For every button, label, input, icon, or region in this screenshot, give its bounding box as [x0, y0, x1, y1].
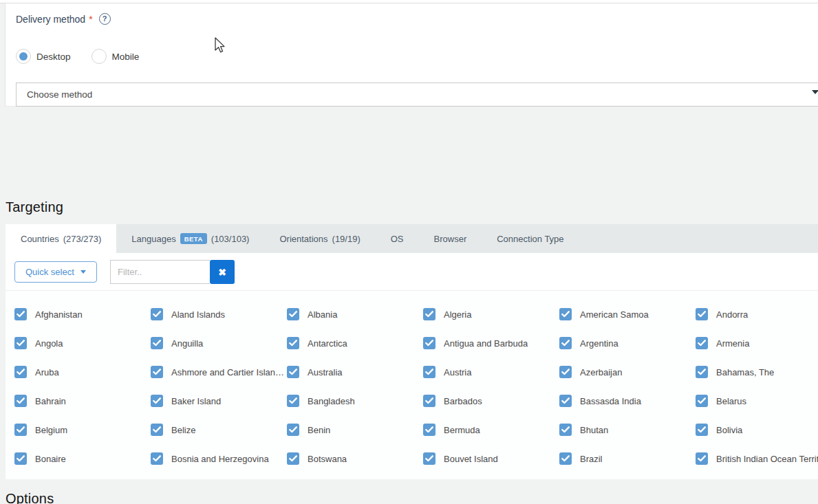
country-item[interactable]: Azerbaijan	[559, 366, 696, 378]
country-item[interactable]: Antarctica	[287, 337, 423, 349]
country-label: Austria	[444, 367, 471, 377]
checkbox-checked-icon[interactable]	[287, 424, 299, 436]
country-item[interactable]: Brazil	[559, 452, 696, 465]
country-item[interactable]: Bouvet Island	[423, 452, 559, 465]
country-item[interactable]: Bassasda India	[559, 395, 696, 407]
country-item[interactable]: Benin	[287, 424, 423, 436]
checkbox-checked-icon[interactable]	[423, 337, 435, 349]
checkbox-checked-icon[interactable]	[287, 452, 299, 465]
tab-count: (103/103)	[211, 234, 250, 244]
checkbox-checked-icon[interactable]	[559, 308, 572, 320]
country-item[interactable]: Aland Islands	[151, 308, 287, 320]
checkbox-checked-icon[interactable]	[151, 424, 163, 436]
checkbox-checked-icon[interactable]	[14, 424, 27, 436]
country-item[interactable]: Ashmore and Cartier Islan…	[151, 366, 287, 378]
country-item[interactable]: Albania	[287, 308, 423, 320]
tab-countries[interactable]: Countries(273/273)	[6, 224, 116, 253]
country-item[interactable]: Angola	[14, 337, 151, 349]
checkbox-checked-icon[interactable]	[423, 424, 435, 436]
country-item[interactable]: Algeria	[423, 308, 559, 320]
country-item[interactable]: Bosnia and Herzegovina	[151, 452, 287, 465]
tab-orientations[interactable]: Orientations(19/19)	[264, 224, 375, 253]
tab-connection-type[interactable]: Connection Type	[482, 224, 579, 253]
tab-label: Orientations	[279, 234, 327, 244]
country-item[interactable]: Austria	[423, 366, 559, 378]
checkbox-checked-icon[interactable]	[423, 308, 435, 320]
country-item[interactable]: Bhutan	[559, 424, 696, 436]
checkbox-checked-icon[interactable]	[151, 395, 163, 407]
country-label: Armenia	[716, 338, 749, 349]
checkbox-checked-icon[interactable]	[423, 366, 435, 378]
country-item[interactable]: Antigua and Barbuda	[423, 337, 559, 349]
checkbox-checked-icon[interactable]	[559, 395, 572, 407]
country-item[interactable]: American Samoa	[559, 308, 696, 320]
country-item[interactable]: Andorra	[696, 308, 818, 320]
delivery-radio-group: DesktopMobile	[16, 49, 160, 64]
help-icon[interactable]: ?	[99, 13, 111, 25]
country-item[interactable]: Baker Island	[151, 395, 287, 407]
targeting-section-title: Targeting	[6, 199, 63, 215]
country-label: Argentina	[580, 338, 618, 349]
checkbox-checked-icon[interactable]	[696, 424, 708, 436]
country-label: Andorra	[716, 309, 748, 320]
radio-desktop[interactable]: Desktop	[16, 49, 71, 64]
country-item[interactable]: Bonaire	[14, 452, 151, 465]
checkbox-checked-icon[interactable]	[559, 337, 572, 349]
checkbox-checked-icon[interactable]	[14, 366, 27, 378]
quick-select-button[interactable]: Quick select	[14, 261, 97, 283]
checkbox-checked-icon[interactable]	[696, 337, 708, 349]
checkbox-checked-icon[interactable]	[559, 452, 572, 465]
country-item[interactable]: Afghanistan	[14, 308, 151, 320]
checkbox-checked-icon[interactable]	[14, 452, 27, 465]
checkbox-checked-icon[interactable]	[696, 395, 708, 407]
country-label: American Samoa	[580, 309, 649, 320]
country-item[interactable]: Bangladesh	[287, 395, 423, 407]
checkbox-checked-icon[interactable]	[559, 366, 572, 378]
checkbox-checked-icon[interactable]	[151, 308, 163, 320]
checkbox-checked-icon[interactable]	[423, 452, 435, 465]
checkbox-checked-icon[interactable]	[423, 395, 435, 407]
country-label: Brazil	[580, 454, 603, 464]
country-item[interactable]: Armenia	[696, 337, 818, 349]
country-item[interactable]: Belarus	[696, 395, 818, 407]
country-label: Australia	[308, 367, 343, 377]
checkbox-checked-icon[interactable]	[287, 395, 299, 407]
checkbox-checked-icon[interactable]	[559, 424, 572, 436]
country-item[interactable]: Anguilla	[151, 337, 287, 349]
country-item[interactable]: Australia	[287, 366, 423, 378]
checkbox-checked-icon[interactable]	[287, 366, 299, 378]
checkbox-checked-icon[interactable]	[14, 308, 27, 320]
beta-badge: BETA	[180, 233, 207, 244]
country-label: Bonaire	[35, 454, 66, 464]
country-item[interactable]: British Indian Ocean Territ…	[696, 452, 818, 465]
checkbox-checked-icon[interactable]	[151, 452, 163, 465]
country-item[interactable]: Belize	[151, 424, 287, 436]
checkbox-checked-icon[interactable]	[696, 452, 708, 465]
checkbox-checked-icon[interactable]	[696, 366, 708, 378]
country-item[interactable]: Bermuda	[423, 424, 559, 436]
country-item[interactable]: Bolivia	[696, 424, 818, 436]
checkbox-checked-icon[interactable]	[287, 308, 299, 320]
filter-input[interactable]	[110, 260, 210, 284]
delivery-method-select[interactable]: Choose method	[16, 83, 818, 107]
country-item[interactable]: Bahrain	[14, 395, 151, 407]
checkbox-checked-icon[interactable]	[151, 337, 163, 349]
checkbox-checked-icon[interactable]	[151, 366, 163, 378]
tab-languages[interactable]: LanguagesBETA(103/103)	[116, 224, 264, 253]
tab-os[interactable]: OS	[376, 224, 419, 253]
checkbox-checked-icon[interactable]	[696, 308, 708, 320]
tab-browser[interactable]: Browser	[419, 224, 482, 253]
checkbox-checked-icon[interactable]	[14, 395, 27, 407]
country-label: Bermuda	[444, 425, 480, 435]
country-item[interactable]: Aruba	[14, 366, 151, 378]
country-item[interactable]: Bahamas, The	[696, 366, 818, 378]
checkbox-checked-icon[interactable]	[287, 337, 299, 349]
checkbox-checked-icon[interactable]	[14, 337, 27, 349]
radio-mobile[interactable]: Mobile	[92, 49, 140, 64]
country-item[interactable]: Barbados	[423, 395, 559, 407]
clear-filter-button[interactable]: ✖	[210, 260, 235, 284]
country-item[interactable]: Belgium	[14, 424, 151, 436]
country-item[interactable]: Argentina	[559, 337, 696, 349]
country-item[interactable]: Botswana	[287, 452, 423, 465]
country-label: Azerbaijan	[580, 367, 622, 377]
